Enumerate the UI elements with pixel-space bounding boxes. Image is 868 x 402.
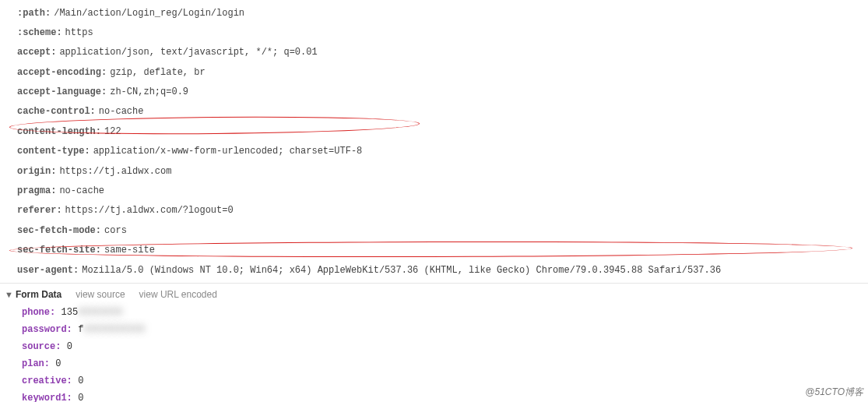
header-row: referer:https://tj.aldwx.com/?logout=0 xyxy=(17,201,868,220)
header-row: :path:/Main/action/Login_reg/Login/login xyxy=(17,3,868,23)
header-value: https://tj.aldwx.com/?logout=0 xyxy=(65,205,234,216)
request-headers-list: :path:/Main/action/Login_reg/Login/login… xyxy=(0,0,868,283)
header-value: no-cache xyxy=(99,106,144,117)
form-key: creative: xyxy=(22,376,72,386)
form-key: phone: xyxy=(22,307,55,318)
header-key: referer: xyxy=(17,205,62,216)
header-value: cors xyxy=(104,225,127,236)
form-value: 0 xyxy=(67,341,72,352)
header-key: content-type: xyxy=(17,146,90,157)
header-key: sec-fetch-site: xyxy=(17,245,101,256)
form-value: 0 xyxy=(78,376,83,386)
header-row: :scheme:https xyxy=(17,23,868,42)
form-data-section: ▼Form Data view source view URL encoded … xyxy=(0,283,868,402)
header-value: zh-CN,zh;q=0.9 xyxy=(110,86,188,97)
header-key: cache-control: xyxy=(17,106,96,117)
header-row: accept-encoding:gzip, deflate, br xyxy=(17,62,868,82)
header-key: accept: xyxy=(17,47,56,58)
form-row-plan: plan: 0 xyxy=(22,354,868,372)
form-data-title: Form Data xyxy=(16,289,61,300)
form-key: plan: xyxy=(22,358,50,369)
header-value: gzip, deflate, br xyxy=(110,67,205,78)
header-row: user-agent:Mozilla/5.0 (Windows NT 10.0;… xyxy=(17,260,868,280)
view-source-link[interactable]: view source xyxy=(76,289,125,300)
header-key: accept-encoding: xyxy=(17,67,107,78)
form-key: keyword1: xyxy=(22,393,72,402)
form-row-keyword1: keyword1: 0 xyxy=(22,389,868,402)
header-value: 122 xyxy=(104,126,121,137)
form-value: 0 xyxy=(55,358,61,369)
header-key: sec-fetch-mode: xyxy=(17,225,101,236)
header-key: user-agent: xyxy=(17,265,79,276)
form-row-creative: creative: 0 xyxy=(22,372,868,389)
form-row-phone: phone: 135XXXXXXXX xyxy=(22,303,868,320)
header-value: same-site xyxy=(104,245,155,256)
header-value: application/x-www-form-urlencoded; chars… xyxy=(93,146,363,157)
header-value: Mozilla/5.0 (Windows NT 10.0; Win64; x64… xyxy=(82,265,721,276)
header-row: accept:application/json, text/javascript… xyxy=(17,43,868,62)
header-row: content-length:122 xyxy=(17,122,868,141)
header-key: :path: xyxy=(17,8,51,19)
form-data-list: phone: 135XXXXXXXX password: fXXXXXXXXXX… xyxy=(5,303,868,402)
header-key: pragma: xyxy=(17,185,56,196)
form-data-toggle[interactable]: ▼Form Data xyxy=(5,289,61,300)
header-row: origin:https://tj.aldwx.com xyxy=(17,161,868,181)
header-key: content-length: xyxy=(17,126,101,137)
header-value: /Main/action/Login_reg/Login/login xyxy=(54,8,244,19)
header-value: https://tj.aldwx.com xyxy=(59,166,171,177)
header-row: accept-language:zh-CN,zh;q=0.9 xyxy=(17,83,868,102)
form-row-source: source: 0 xyxy=(22,337,868,354)
form-value: fXXXXXXXXXXX xyxy=(78,324,145,335)
header-row: content-type:application/x-www-form-urle… xyxy=(17,142,868,161)
header-key: :scheme: xyxy=(17,27,62,38)
form-value: 135XXXXXXXX xyxy=(61,307,123,318)
header-row: cache-control:no-cache xyxy=(17,102,868,122)
header-value: no-cache xyxy=(59,185,104,196)
view-url-encoded-link[interactable]: view URL encoded xyxy=(139,289,217,300)
form-key: password: xyxy=(22,324,72,335)
header-row: sec-fetch-site:same-site xyxy=(17,241,868,260)
form-data-header-row: ▼Form Data view source view URL encoded xyxy=(5,289,868,303)
form-row-password: password: fXXXXXXXXXXX xyxy=(22,320,868,337)
header-row: sec-fetch-mode:cors xyxy=(17,220,868,240)
header-row: pragma:no-cache xyxy=(17,182,868,201)
form-value: 0 xyxy=(78,393,83,402)
header-key: accept-language: xyxy=(17,86,107,97)
form-key: source: xyxy=(22,341,61,352)
header-value: https xyxy=(65,27,93,38)
header-value: application/json, text/javascript, */*; … xyxy=(59,47,317,58)
triangle-down-icon: ▼ xyxy=(5,290,13,299)
header-key: origin: xyxy=(17,166,56,177)
